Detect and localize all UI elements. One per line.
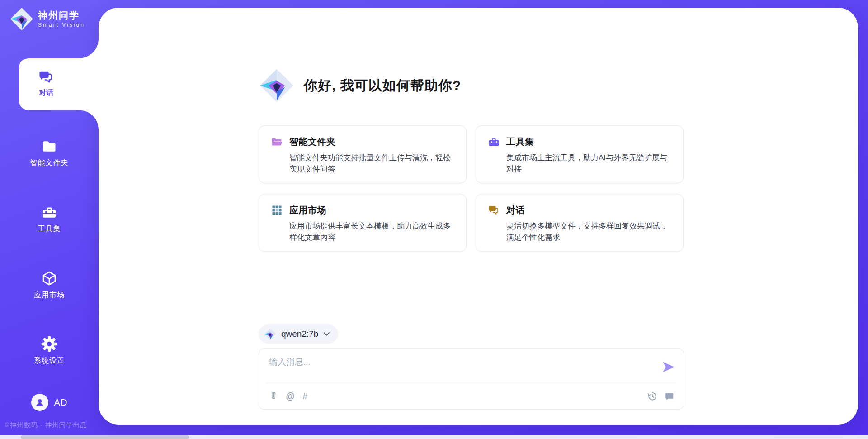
card-app-market[interactable]: 应用市场 应用市场提供丰富长文本模板，助力高效生成多样化文章内容 [259, 194, 467, 252]
composer-toolbar: @ # [269, 383, 675, 409]
card-title: 应用市场 [289, 204, 326, 216]
chevron-down-icon [323, 332, 330, 337]
main-content-panel: 你好, 我可以如何帮助你? 智能文件夹 智能文件夹功能支持批量文件上传与清洗，轻… [99, 8, 858, 425]
card-title: 工具集 [506, 136, 534, 148]
copyright-footer: ©神州数码 · 神州问学出品 [5, 421, 87, 429]
card-title: 对话 [506, 204, 525, 216]
send-button[interactable] [662, 361, 675, 373]
card-description: 智能文件夹功能支持批量文件上传与清洗，轻松实现文件问答 [289, 153, 456, 175]
model-selector[interactable]: qwen2:7b [259, 324, 338, 344]
card-description: 应用市场提供丰富长文本模板，助力高效生成多样化文章内容 [289, 221, 456, 243]
folder-open-icon [271, 136, 283, 148]
card-chat[interactable]: 对话 灵活切换多模型文件，支持多样回复效果调试，满足个性化需求 [476, 194, 684, 252]
sidebar: 神州问学 Smart Vision 对话 智能文件夹 [0, 0, 99, 439]
brand-name: 神州问学 [38, 10, 85, 20]
sidebar-item-label: 智能文件夹 [30, 158, 69, 168]
welcome-block: 你好, 我可以如何帮助你? [259, 68, 461, 103]
gear-icon [41, 336, 57, 352]
sidebar-item-settings[interactable]: 系统设置 [0, 332, 99, 370]
sidebar-item-toolset[interactable]: 工具集 [0, 200, 99, 238]
sidebar-item-app-market[interactable]: 应用市场 [0, 266, 99, 304]
sidebar-item-label: 工具集 [38, 224, 61, 234]
person-icon [34, 396, 46, 408]
message-input[interactable] [259, 349, 658, 383]
feature-cards: 智能文件夹 智能文件夹功能支持批量文件上传与清洗，轻松实现文件问答 [259, 125, 684, 252]
app-background: { "brand": { "name": "神州问学", "subtitle":… [0, 0, 868, 439]
card-toolset[interactable]: 工具集 集成市场上主流工具，助力AI与外界无缝扩展与对接 [476, 125, 684, 183]
user-profile[interactable]: AD [0, 394, 99, 411]
sidebar-item-smart-folder[interactable]: 智能文件夹 [0, 134, 99, 172]
grid-icon [271, 204, 283, 216]
model-name: qwen2:7b [281, 329, 318, 339]
diamond-logo-icon [264, 328, 276, 340]
folder-icon [41, 138, 57, 154]
sidebar-item-chat[interactable]: 对话 [18, 58, 74, 108]
horizontal-scrollbar[interactable] [0, 435, 868, 439]
diamond-logo-icon [259, 68, 294, 103]
diamond-logo-icon [10, 7, 33, 31]
sidebar-item-label: 系统设置 [34, 356, 65, 366]
history-icon[interactable] [647, 391, 657, 401]
toolbox-icon [41, 204, 57, 220]
page-title: 你好, 我可以如何帮助你? [304, 76, 461, 95]
card-description: 灵活切换多模型文件，支持多样回复效果调试，满足个性化需求 [506, 221, 673, 243]
chat-bubbles-icon [38, 69, 54, 85]
cube-icon [41, 270, 57, 286]
user-name: AD [54, 397, 68, 408]
hash-icon[interactable]: # [302, 391, 307, 401]
paperclip-icon[interactable] [269, 391, 278, 401]
sidebar-item-label: 应用市场 [34, 291, 65, 300]
at-icon[interactable]: @ [286, 391, 295, 401]
card-smart-folder[interactable]: 智能文件夹 智能文件夹功能支持批量文件上传与清洗，轻松实现文件问答 [259, 125, 467, 183]
chat-bubbles-icon [488, 204, 500, 216]
card-title: 智能文件夹 [289, 136, 336, 148]
avatar [31, 394, 48, 411]
brand-logo: 神州问学 Smart Vision [10, 7, 85, 31]
sidebar-item-label: 对话 [39, 88, 53, 98]
message-icon[interactable] [664, 391, 675, 401]
card-description: 集成市场上主流工具，助力AI与外界无缝扩展与对接 [506, 153, 673, 175]
scrollbar-thumb[interactable] [21, 435, 189, 439]
briefcase-icon [488, 136, 500, 148]
brand-subtitle: Smart Vision [38, 22, 85, 28]
message-composer: @ # [259, 348, 684, 410]
